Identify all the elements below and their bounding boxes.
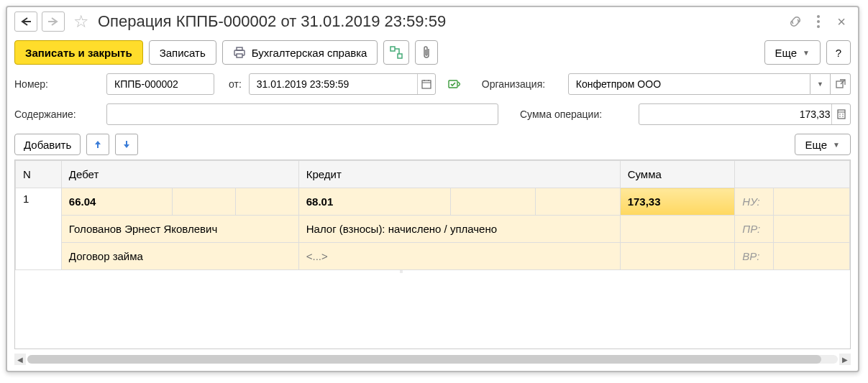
org-input[interactable] <box>575 78 810 91</box>
col-sum[interactable]: Сумма <box>620 161 735 188</box>
svg-rect-8 <box>390 47 395 51</box>
svg-rect-17 <box>838 110 845 119</box>
arrow-left-icon <box>20 17 32 26</box>
vertical-dots-icon <box>817 15 820 28</box>
org-label: Организация: <box>482 78 561 90</box>
link-icon[interactable] <box>786 12 805 31</box>
structure-button[interactable] <box>383 40 409 65</box>
arrow-up-icon <box>93 139 102 149</box>
svg-point-21 <box>839 116 841 117</box>
scroll-right-icon[interactable]: ▶ <box>839 354 851 365</box>
org-dropdown-button[interactable]: ▼ <box>810 73 831 95</box>
calendar-button[interactable] <box>417 74 435 94</box>
entries-table: N Дебет Кредит Сумма 1 66.04 68.01 <box>14 160 851 349</box>
svg-point-19 <box>839 114 841 115</box>
paperclip-icon <box>421 46 431 59</box>
save-label: Записать <box>160 47 206 59</box>
cell-debet-sub2[interactable]: Договор займа <box>61 243 298 270</box>
horizontal-scrollbar[interactable]: ◀ ▶ <box>14 354 851 365</box>
svg-rect-7 <box>237 54 242 57</box>
add-row-button[interactable]: Добавить <box>14 134 81 155</box>
more-button[interactable]: Еще ▼ <box>764 40 821 65</box>
save-and-close-label: Записать и закрыть <box>25 47 132 59</box>
add-label: Добавить <box>24 139 71 151</box>
date-label: от: <box>229 78 242 90</box>
calculator-icon <box>837 109 846 119</box>
svg-point-4 <box>817 25 820 28</box>
structure-icon <box>390 46 403 59</box>
posted-flag-icon[interactable] <box>447 78 460 90</box>
svg-point-20 <box>842 114 844 115</box>
svg-rect-6 <box>237 47 242 50</box>
menu-dots-icon[interactable] <box>809 12 828 31</box>
svg-point-22 <box>842 116 844 117</box>
move-down-button[interactable] <box>115 134 138 155</box>
content-input[interactable] <box>113 108 492 121</box>
org-field[interactable] <box>568 73 810 95</box>
content-field[interactable] <box>106 103 498 125</box>
page-title: Операция КППБ-000002 от 31.01.2019 23:59… <box>98 12 446 31</box>
table-more-button[interactable]: Еще ▼ <box>795 134 851 155</box>
arrow-right-icon <box>47 17 59 26</box>
cell-credit-sub2[interactable]: <...> <box>298 243 620 270</box>
help-button[interactable]: ? <box>826 40 851 65</box>
svg-rect-15 <box>836 81 843 88</box>
attach-button[interactable] <box>415 40 438 65</box>
cell-side-nu: НУ: <box>735 188 773 216</box>
calculator-button[interactable] <box>831 104 850 124</box>
cell-debet-account[interactable]: 66.04 <box>61 188 172 216</box>
scroll-track[interactable] <box>27 355 838 364</box>
table-row[interactable]: 1 66.04 68.01 173,33 НУ: <box>16 188 850 216</box>
svg-point-3 <box>817 20 820 23</box>
scroll-left-icon[interactable]: ◀ <box>14 354 26 365</box>
sum-field[interactable] <box>639 103 851 125</box>
printer-icon <box>233 47 246 58</box>
content-label: Содержание: <box>14 109 99 120</box>
nav-forward-button[interactable] <box>42 11 65 32</box>
table-row[interactable]: Голованов Эрнест Яковлевич Налог (взносы… <box>16 216 850 243</box>
cell-debet-sub1[interactable]: Голованов Эрнест Яковлевич <box>61 216 298 243</box>
svg-point-2 <box>817 15 820 18</box>
save-button[interactable]: Записать <box>149 40 216 65</box>
move-up-button[interactable] <box>86 134 109 155</box>
help-label: ? <box>836 47 841 59</box>
chain-icon <box>789 15 802 28</box>
sum-label: Сумма операции: <box>520 109 631 120</box>
table-row[interactable]: Договор займа <...> ВР: <box>16 243 850 270</box>
open-icon <box>836 79 846 89</box>
close-button[interactable]: × <box>832 12 851 31</box>
report-button[interactable]: Бухгалтерская справка <box>222 40 378 65</box>
favorite-star-icon[interactable]: ☆ <box>73 11 89 32</box>
save-and-close-button[interactable]: Записать и закрыть <box>14 40 143 65</box>
arrow-down-icon <box>122 139 131 149</box>
col-debet[interactable]: Дебет <box>61 161 298 188</box>
cell-side-vr: ВР: <box>735 243 773 270</box>
scroll-thumb[interactable] <box>27 355 821 364</box>
date-input[interactable] <box>255 78 417 91</box>
date-field[interactable] <box>249 73 436 95</box>
chevron-down-icon: ▼ <box>817 80 823 88</box>
cell-n: 1 <box>16 188 62 270</box>
number-field[interactable] <box>106 73 214 95</box>
chevron-down-icon: ▼ <box>803 49 810 57</box>
nav-back-button[interactable] <box>14 11 37 32</box>
sum-input[interactable] <box>645 108 831 121</box>
table-more-label: Еще <box>805 139 828 151</box>
more-label: Еще <box>775 47 798 59</box>
cell-credit-sub1[interactable]: Налог (взносы): начислено / уплачено <box>298 216 620 243</box>
number-input[interactable] <box>113 78 208 91</box>
org-open-button[interactable] <box>831 73 851 95</box>
cell-side-pr: ПР: <box>735 216 773 243</box>
calendar-icon <box>421 79 431 89</box>
svg-rect-10 <box>422 80 431 88</box>
chevron-down-icon: ▼ <box>833 141 840 149</box>
cell-credit-account[interactable]: 68.01 <box>298 188 451 216</box>
col-n[interactable]: N <box>16 161 62 188</box>
cell-sum[interactable]: 173,33 <box>620 188 735 216</box>
report-label: Бухгалтерская справка <box>252 47 367 59</box>
svg-rect-9 <box>398 54 402 58</box>
col-credit[interactable]: Кредит <box>298 161 620 188</box>
number-label: Номер: <box>14 78 99 90</box>
